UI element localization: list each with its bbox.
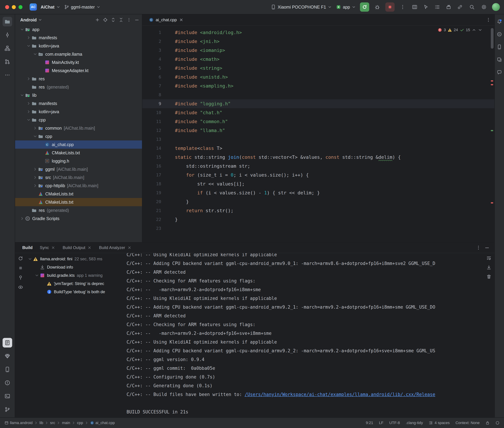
chevron-right-icon[interactable] [26,35,32,40]
search-everywhere-button[interactable] [468,3,476,11]
pull-requests-tool-button[interactable] [3,57,12,66]
lock-icon[interactable] [486,421,490,425]
project-tree-item[interactable]: CMakeLists.txt [15,198,142,206]
context-selector[interactable]: Context: None [455,421,480,425]
build-tab-build-analyzer[interactable]: Build Analyzer [96,245,134,250]
project-tree-item[interactable]: cpp [15,116,142,124]
console-link[interactable]: /Users/hanyin/Workspace/ai-chat/examples… [245,392,435,397]
close-tab-icon[interactable] [87,246,92,250]
project-tree-item[interactable]: res(generated) [15,206,142,214]
more-tool-button[interactable] [3,70,12,80]
terminal-tool-button[interactable] [3,391,12,401]
run-options-button[interactable] [399,3,407,11]
breadcrumb-item[interactable]: main [62,421,70,425]
project-tree-item[interactable]: MainActivity.kt [15,58,142,66]
chevron-down-icon[interactable] [26,44,32,48]
project-tree-item[interactable]: CMakeLists.txt [15,190,142,198]
project-tree-item[interactable]: app [15,25,142,33]
error-mark[interactable] [491,202,493,204]
run-config-selector[interactable]: app [336,4,356,10]
project-selector[interactable]: AiChat [41,5,60,10]
project-tree-item[interactable]: MessageAdapter.kt [15,66,142,75]
chevron-down-icon[interactable] [19,27,25,32]
plugins-button[interactable] [445,3,453,11]
project-tree-item[interactable]: manifests [15,99,142,107]
project-tree-item[interactable]: lib [15,91,142,99]
build-tree-item[interactable]: BuildType 'debug' is both de [26,288,122,296]
columns-button[interactable] [411,3,419,11]
chevron-right-icon[interactable] [26,77,32,81]
close-tab-icon[interactable] [127,246,132,250]
build-tree-item[interactable]: llama.android: fini22 sec, 583 ms [26,255,122,263]
minimize-window-button[interactable] [12,5,16,9]
chevron-right-icon[interactable] [32,175,38,180]
problems-tool-button[interactable] [3,378,12,387]
stop-button[interactable] [385,2,395,12]
commit-tool-button[interactable] [3,30,12,40]
close-tab-icon[interactable] [51,246,55,250]
line-separator[interactable]: LF [379,421,384,425]
close-tab-icon[interactable] [179,17,184,22]
device-explorer-tool-button[interactable] [3,365,12,374]
hide-build-panel-button[interactable] [485,245,490,250]
project-tree-item[interactable]: common[AiChat.lib.main] [15,124,142,132]
chevron-right-icon[interactable] [32,183,38,188]
build-tree-item[interactable]: 'jvmTarget: String' is deprec [26,280,122,288]
breadcrumb-item[interactable]: ai_chat.cpp [95,421,115,425]
project-tree-item[interactable]: Hlogging.h [15,157,142,165]
chevron-down-icon[interactable] [27,257,33,261]
analyzer-status[interactable]: .clang-tidy [406,421,423,425]
restart-build-icon[interactable] [18,256,23,261]
close-window-button[interactable] [5,5,9,9]
run-button[interactable] [360,2,369,12]
editor[interactable]: 1#include <android/log.h>2#include <jni.… [142,26,494,242]
chevron-down-icon[interactable] [32,134,38,139]
project-tree-item[interactable]: GGradle Scripts [15,214,142,223]
device-selector[interactable]: Xiaomi POCOPHONE F1 [271,4,332,10]
breadcrumb-item[interactable]: lib [39,421,43,425]
device-manager-tool-button[interactable] [495,43,503,51]
hide-panel-button[interactable] [135,17,139,22]
avatar[interactable] [492,3,500,11]
build-tree-item[interactable]: build.gradle.ktsapp 1 warning [26,271,122,280]
inspect-button[interactable] [422,3,430,11]
editor-tab-ai-chat-cpp[interactable]: C ai_chat.cpp [146,14,187,25]
caret-position[interactable]: 9:21 [366,421,373,425]
editor-scrollbar[interactable] [490,26,494,242]
chevron-down-icon[interactable] [34,273,40,278]
project-tree-item[interactable]: manifests [15,33,142,42]
prev-problem-icon[interactable] [472,28,476,32]
version-control-tool-button[interactable] [3,405,12,414]
collapse-all-button[interactable] [119,17,123,22]
inspection-status-icon[interactable] [495,421,500,425]
project-tree-item[interactable]: src[AiChat.lib.main] [15,173,142,181]
clear-console-icon[interactable] [486,274,491,279]
panel-options-button[interactable] [127,17,131,22]
project-tree-item[interactable]: cpp [15,132,142,140]
build-tool-button[interactable] [3,351,12,361]
structure-tool-button[interactable] [3,43,12,53]
inspections-widget[interactable]: 3 24 15 [438,28,482,32]
breadcrumb-item[interactable]: src [50,421,55,425]
settings-button[interactable] [480,3,488,11]
add-button[interactable] [95,17,100,22]
project-tree-item[interactable]: ggml[AiChat.lib.main] [15,165,142,173]
chevron-down-icon[interactable] [19,93,25,98]
chevron-right-icon[interactable] [26,101,32,106]
build-tab-build[interactable]: Build [20,245,35,250]
chevron-right-icon[interactable] [32,126,38,130]
chevron-right-icon[interactable] [32,167,38,172]
project-tree-item[interactable]: res(generated) [15,83,142,91]
debug-button[interactable] [373,3,381,11]
pin-icon[interactable] [18,275,23,280]
breadcrumb-item[interactable]: cpp [77,421,83,425]
branch-selector[interactable]: ggml-master [64,4,101,10]
logcat-tool-button[interactable] [3,338,12,347]
project-tree-item[interactable]: CMakeLists.txt [15,149,142,157]
project-tree-item[interactable]: com.example.llama [15,50,142,58]
stop-build-icon[interactable] [18,265,23,271]
build-tab-sync[interactable]: Sync [37,245,58,250]
project-tree-item[interactable]: kotlin+java [15,107,142,116]
build-tree-item[interactable]: Download info [26,263,122,271]
chevron-right-icon[interactable] [19,216,25,221]
